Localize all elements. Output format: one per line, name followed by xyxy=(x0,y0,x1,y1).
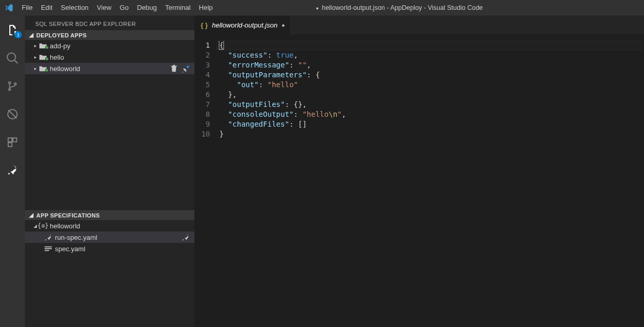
editor-group: { } helloworld-output.json ● 1 2 3 4 5 6… xyxy=(194,16,644,327)
menu-edit[interactable]: Edit xyxy=(37,0,57,16)
app-spec-file-label: run-spec.yaml xyxy=(53,234,97,241)
activity-search[interactable] xyxy=(0,48,25,69)
bug-icon xyxy=(6,108,19,120)
app-spec-root-label: helloworld xyxy=(48,222,80,230)
editor-tab[interactable]: { } helloworld-output.json ● xyxy=(194,16,290,34)
chevron-right-icon: ▸ xyxy=(32,66,38,71)
panel-title: SQL SERVER BDC APP EXPLORER xyxy=(25,16,194,30)
window-title: helloworld-output.json - AppDeploy - Vis… xyxy=(217,4,644,11)
activity-extensions[interactable] xyxy=(0,132,25,153)
menu-terminal[interactable]: Terminal xyxy=(161,0,194,16)
chevron-right-icon: ▸ xyxy=(32,43,38,48)
extensions-icon xyxy=(7,137,18,148)
editor-body[interactable]: 1 2 3 4 5 6 7 8 9 10 { "success": true, … xyxy=(194,34,644,327)
json-icon: { } xyxy=(201,21,208,29)
run-icon[interactable] xyxy=(182,234,190,241)
activity-source-control[interactable] xyxy=(0,76,25,97)
run-spec-icon xyxy=(44,234,53,241)
rocket-icon xyxy=(7,165,18,176)
deployed-app-label: add-py xyxy=(48,42,71,50)
side-panel: SQL SERVER BDC APP EXPLORER ◢ DEPLOYED A… xyxy=(25,16,194,327)
activity-bar: 1 xyxy=(0,16,25,327)
branch-icon xyxy=(7,80,18,92)
spec-icon: {≡} xyxy=(38,222,48,229)
menu-file[interactable]: File xyxy=(18,0,37,16)
modified-indicator-icon xyxy=(316,4,321,11)
search-icon xyxy=(6,52,19,64)
code-area[interactable]: { "success": true, "errorMessage": "", "… xyxy=(219,40,644,327)
yaml-icon xyxy=(44,246,53,252)
tab-modified-icon: ● xyxy=(282,22,285,28)
line-number-gutter: 1 2 3 4 5 6 7 8 9 10 xyxy=(194,40,219,327)
menu-selection[interactable]: Selection xyxy=(57,0,92,16)
deployed-app-row[interactable]: ▸ helloworld xyxy=(25,63,194,74)
app-specifications-header[interactable]: ◢ APP SPECIFICATIONS xyxy=(25,210,194,220)
activity-debug[interactable] xyxy=(0,104,25,125)
folder-icon xyxy=(38,65,48,72)
deploy-sparkle-icon[interactable] xyxy=(182,65,190,73)
activity-app-deploy[interactable] xyxy=(0,160,25,181)
chevron-down-icon: ◢ xyxy=(29,32,36,38)
menu-debug[interactable]: Debug xyxy=(133,0,161,16)
chevron-right-icon: ▸ xyxy=(32,55,38,60)
menu-view[interactable]: View xyxy=(93,0,116,16)
activity-explorer[interactable]: 1 xyxy=(0,20,25,40)
folder-icon xyxy=(38,54,48,60)
menu-go[interactable]: Go xyxy=(116,0,133,16)
chevron-down-icon: ◢ xyxy=(29,212,36,219)
app-spec-root[interactable]: ◢ {≡} helloworld xyxy=(25,220,194,231)
deployed-app-row[interactable]: ▸ add-py xyxy=(25,40,194,51)
tab-label: helloworld-output.json xyxy=(212,21,277,29)
app-spec-file-label: spec.yaml xyxy=(53,245,86,253)
app-spec-file-row[interactable]: run-spec.yaml xyxy=(25,231,194,243)
menu-help[interactable]: Help xyxy=(195,0,217,16)
deployed-apps-header[interactable]: ◢ DEPLOYED APPS xyxy=(25,30,194,40)
explorer-badge: 1 xyxy=(15,31,22,38)
vscode-logo-icon xyxy=(0,3,18,12)
editor-tabs: { } helloworld-output.json ● xyxy=(194,16,644,34)
deployed-app-row[interactable]: ▸ hello xyxy=(25,51,194,63)
deployed-app-label: hello xyxy=(48,53,64,61)
deployed-app-label: helloworld xyxy=(48,65,80,73)
delete-icon[interactable] xyxy=(171,65,179,73)
folder-icon xyxy=(38,43,48,49)
app-spec-file-row[interactable]: spec.yaml xyxy=(25,243,194,254)
menu-bar: File Edit Selection View Go Debug Termin… xyxy=(0,0,644,16)
